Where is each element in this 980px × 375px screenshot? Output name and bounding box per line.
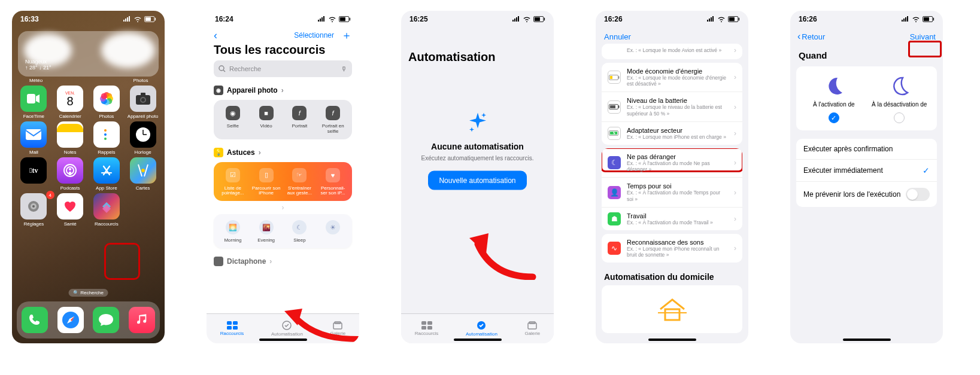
app-facetime[interactable]: FaceTime bbox=[16, 86, 52, 119]
settings-badge: 4 bbox=[46, 191, 54, 199]
app-reminders[interactable]: Rappels bbox=[89, 121, 125, 155]
weather-widget[interactable]: Nuageux ↑ 28° ↓ 21° bbox=[18, 31, 159, 77]
opt-notify[interactable]: Me prévenir lors de l'exécution bbox=[796, 181, 937, 207]
time-morning[interactable]: 🌅Morning bbox=[216, 220, 250, 243]
trigger-airplane[interactable]: Ex. : « Lorsque le mode Avion est activé… bbox=[602, 44, 742, 59]
status-time: 16:26 bbox=[604, 15, 623, 23]
dock-messages[interactable] bbox=[93, 307, 119, 333]
sparkle-icon bbox=[467, 111, 489, 138]
app-calendar[interactable]: VEN. 8 Calendrier bbox=[52, 86, 89, 119]
tab-galerie[interactable]: Galerie bbox=[524, 321, 540, 336]
app-shortcuts[interactable]: Raccourcis bbox=[89, 193, 125, 227]
screen-shortcuts: 16:24 ‹ Sélectionner ＋ Tous les raccourc… bbox=[207, 11, 359, 343]
shortcut-portrait-selfie[interactable]: fPortrait en selfie bbox=[316, 106, 350, 135]
svg-rect-33 bbox=[350, 18, 350, 21]
section-when: Quand bbox=[790, 45, 943, 65]
trigger-group-power: Mode économie d'énergieEx. : « Lorsque l… bbox=[602, 63, 742, 145]
app-health[interactable]: Santé bbox=[52, 193, 89, 227]
tab-raccourcis[interactable]: Raccourcis bbox=[415, 321, 439, 336]
app-settings[interactable]: 4 Réglages bbox=[16, 193, 52, 227]
trigger-sound-recognition[interactable]: ∿ Reconnaissance des sonsEx. : « Lorsque… bbox=[602, 234, 742, 263]
status-icons bbox=[706, 16, 740, 22]
shortcut-selfie[interactable]: ◉Selfie bbox=[216, 106, 250, 135]
nav-row: ‹Retour Suivant bbox=[790, 28, 943, 45]
astuce-1[interactable]: ☑Liste de pointage... bbox=[216, 168, 250, 197]
app-camera[interactable]: Appareil photo bbox=[125, 86, 161, 119]
time-shortcuts: 🌅Morning 🌇Evening ☾Sleep ☀ bbox=[214, 214, 352, 248]
tab-galerie[interactable]: Galerie bbox=[330, 321, 345, 336]
svg-rect-64 bbox=[665, 309, 679, 320]
app-photos[interactable]: Photos bbox=[89, 86, 125, 119]
chevron-right-icon: › bbox=[734, 188, 736, 197]
dock-music[interactable] bbox=[129, 307, 155, 333]
trigger-lowpower[interactable]: Mode économie d'énergieEx. : « Lorsque l… bbox=[602, 63, 742, 92]
shortcut-portrait[interactable]: fPortrait bbox=[283, 106, 317, 135]
opt-confirm[interactable]: Exécuter après confirmation bbox=[796, 139, 937, 159]
trigger-group-partial: Ex. : « Lorsque le mode Avion est activé… bbox=[602, 44, 742, 59]
choice-deactivation[interactable]: À la désactivation de bbox=[868, 76, 931, 123]
app-maps[interactable]: Cartes bbox=[125, 157, 161, 191]
section-astuces[interactable]: 💡 Astuces › bbox=[207, 145, 359, 160]
svg-rect-66 bbox=[924, 17, 929, 21]
time-more[interactable]: ☀ bbox=[316, 220, 350, 243]
trigger-personal[interactable]: 👤 Temps pour soiEx. : « À l'activation d… bbox=[602, 177, 742, 206]
status-time: 16:24 bbox=[215, 15, 233, 23]
chevron-right-icon: › bbox=[734, 244, 736, 252]
back-button[interactable]: ‹Retour bbox=[797, 31, 825, 42]
dock-safari[interactable] bbox=[57, 307, 84, 333]
chevron-right-icon: › bbox=[734, 103, 736, 111]
dock bbox=[17, 301, 160, 339]
status-icons bbox=[901, 16, 935, 22]
tab-raccourcis[interactable]: Raccourcis bbox=[220, 321, 244, 336]
svg-rect-13 bbox=[141, 93, 145, 96]
app-clock[interactable]: Horloge bbox=[125, 121, 161, 155]
tab-automatisation[interactable]: Automatisation bbox=[271, 321, 303, 337]
svg-point-26 bbox=[141, 169, 145, 172]
search-input[interactable]: Recherche 🎙︎ bbox=[214, 60, 352, 77]
tab-automatisation[interactable]: Automatisation bbox=[466, 321, 497, 337]
astuce-2[interactable]: ▯Parcourir son iPhone bbox=[250, 168, 283, 197]
mic-icon[interactable]: 🎙︎ bbox=[341, 65, 347, 72]
opt-immediate[interactable]: Exécuter immédiatement ✓ bbox=[796, 159, 937, 181]
choice-activation[interactable]: À l'activation de ✓ bbox=[802, 76, 865, 123]
new-automation-button[interactable]: Nouvelle automatisation bbox=[428, 170, 526, 190]
svg-point-15 bbox=[141, 98, 145, 102]
app-notes[interactable]: Notes bbox=[52, 121, 89, 155]
app-podcasts[interactable]: Podcasts bbox=[52, 157, 89, 191]
radio-checked-icon: ✓ bbox=[829, 112, 839, 123]
svg-rect-60 bbox=[610, 105, 615, 108]
trigger-battery-level[interactable]: Niveau de la batterieEx. : « Lorsque le … bbox=[602, 92, 742, 121]
battery-icon bbox=[608, 100, 621, 114]
app-tv[interactable]: tv . bbox=[16, 157, 52, 191]
home-indicator bbox=[454, 339, 502, 341]
svg-rect-38 bbox=[227, 326, 232, 330]
astuce-3[interactable]: ☞S'entraîner aux geste... bbox=[283, 168, 317, 197]
svg-rect-32 bbox=[340, 17, 345, 21]
trigger-charger[interactable]: Adaptateur secteurEx. : « Lorsque mon iP… bbox=[602, 121, 742, 145]
section-dictaphone[interactable]: Dictaphone › bbox=[207, 254, 359, 269]
svg-rect-67 bbox=[933, 18, 934, 21]
trigger-dnd[interactable]: ☾ Ne pas dérangerEx. : « À l'activation … bbox=[602, 148, 742, 177]
astuce-4[interactable]: ♥Personnali-ser son iP... bbox=[316, 168, 350, 197]
trigger-work[interactable]: ☗ TravailEx. : « À l'activation du mode … bbox=[602, 207, 742, 230]
time-sleep[interactable]: ☾Sleep bbox=[283, 220, 317, 243]
status-icons bbox=[317, 16, 351, 22]
next-button[interactable]: Suivant bbox=[910, 32, 936, 41]
radio-unchecked-icon bbox=[894, 112, 905, 123]
select-button[interactable]: Sélectionner bbox=[294, 31, 334, 39]
svg-rect-3 bbox=[27, 94, 35, 103]
shortcut-video[interactable]: ■Vidéo bbox=[250, 106, 283, 135]
dock-phone[interactable] bbox=[22, 307, 48, 333]
svg-point-34 bbox=[219, 66, 224, 71]
home-search-pill[interactable]: 🔍 Recherche bbox=[68, 289, 108, 297]
time-evening[interactable]: 🌇Evening bbox=[250, 220, 283, 243]
nav-row: ‹ Sélectionner ＋ bbox=[207, 28, 359, 43]
app-mail[interactable]: Mail bbox=[16, 121, 52, 155]
back-button[interactable]: ‹ bbox=[214, 30, 217, 41]
section-camera[interactable]: ◉ Appareil photo › bbox=[207, 83, 359, 97]
cancel-button[interactable]: Annuler bbox=[596, 28, 748, 44]
add-button[interactable]: ＋ bbox=[341, 28, 352, 42]
toggle-switch[interactable] bbox=[906, 188, 930, 201]
app-appstore[interactable]: App Store bbox=[89, 157, 125, 191]
home-automation-card[interactable] bbox=[602, 285, 742, 333]
